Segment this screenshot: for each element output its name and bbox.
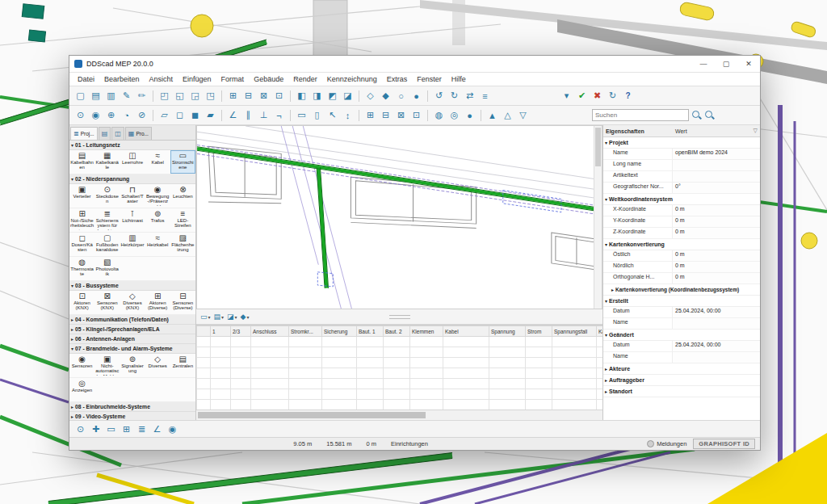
toolbar-icon[interactable]: ▲ <box>485 108 499 122</box>
palette-item[interactable]: ◻Dosen/Kästen <box>69 233 94 256</box>
menu-item-fenster[interactable]: Fenster <box>412 75 447 83</box>
menu-item-kennzeichnung[interactable]: Kennzeichnung <box>322 75 382 83</box>
property-value[interactable]: 0° <box>673 183 760 193</box>
palette-item[interactable]: ▤Zentralen <box>170 354 195 377</box>
table-column-header[interactable]: Anschluss <box>251 326 289 337</box>
palette-item[interactable]: ≈Kabel <box>145 150 170 174</box>
menu-item-format[interactable]: Format <box>216 75 250 83</box>
property-value[interactable] <box>673 352 760 363</box>
property-row[interactable]: Nördlich0 m <box>603 262 760 273</box>
toolbar-icon[interactable]: ✔ <box>575 89 589 103</box>
table-column-header[interactable]: 2/3 <box>231 326 251 337</box>
toolbar-icon[interactable]: ⊕ <box>104 108 118 122</box>
property-group-row[interactable]: ▸Auftraggeber <box>603 375 760 386</box>
maximize-button[interactable]: ▢ <box>715 56 737 72</box>
property-value[interactable] <box>673 171 760 182</box>
toolbar-icon[interactable]: ◎ <box>447 108 461 122</box>
toolbar-icon[interactable]: ↺ <box>432 89 446 103</box>
toolbar-icon[interactable]: ▾ <box>560 89 573 103</box>
property-value[interactable]: 0 m <box>673 250 760 261</box>
toolbar-icon[interactable]: ◉ <box>89 108 103 122</box>
property-row[interactable]: Y-Koordinate0 m <box>603 216 760 228</box>
layers-icon[interactable]: ≣ <box>135 422 149 436</box>
palette-section-header[interactable]: ▸09 - Video-Systeme <box>69 412 195 420</box>
splitter-grip[interactable] <box>389 315 410 319</box>
menu-item-datei[interactable]: Datei <box>73 75 99 83</box>
zoom-icon[interactable]: ⊙ <box>73 422 87 436</box>
property-value[interactable]: 0 m <box>673 273 760 284</box>
palette-tab[interactable]: ≣Proj... <box>70 127 98 140</box>
menu-item-ansicht[interactable]: Ansicht <box>145 75 178 83</box>
toolbar-icon[interactable]: ✏ <box>135 89 149 103</box>
property-row[interactable]: Long name <box>603 160 760 171</box>
table-column-header[interactable]: Kabelberechnung <box>597 326 603 337</box>
palette-section-header[interactable]: ▾07 - Brandmelde- und Alarm-Systeme <box>69 344 195 354</box>
table-row[interactable] <box>197 379 603 389</box>
toolbar-icon[interactable]: ◲ <box>188 89 202 103</box>
palette-item[interactable]: ⊙Steckdosen <box>94 184 120 208</box>
toolbar-icon[interactable]: ⊞ <box>363 108 377 122</box>
toolbar-icon[interactable]: ⊡ <box>272 89 286 103</box>
table-column-header[interactable]: 1 <box>211 326 231 337</box>
view-dropdown-button[interactable]: ◪▾ <box>225 311 239 322</box>
property-row[interactable]: Orthogonale H...0 m <box>603 273 760 284</box>
search-options-icon[interactable] <box>704 110 715 120</box>
table-row[interactable] <box>197 400 603 410</box>
palette-item[interactable]: ◇Diverses (KNX) <box>120 291 145 314</box>
property-group-row[interactable]: ▾Weltkoordinatensystem <box>603 194 760 205</box>
view-dropdown-button[interactable]: ◆▾ <box>239 311 251 322</box>
toolbar-icon[interactable]: ◆ <box>379 89 393 103</box>
property-value[interactable]: openBIM demo 2024 <box>673 149 760 159</box>
table-row[interactable] <box>197 347 603 358</box>
palette-section-header[interactable]: ▸06 - Antennen-Anlagen <box>69 334 195 344</box>
graphisoft-id-badge[interactable]: GRAPHISOFT ID <box>693 439 755 449</box>
property-row[interactable]: Östlich0 m <box>603 250 760 262</box>
toolbar-icon[interactable]: ⊞ <box>226 89 240 103</box>
toolbar-icon[interactable]: ◻ <box>173 108 187 122</box>
table-column-header[interactable]: Klemmen <box>410 326 443 337</box>
toolbar-icon[interactable]: ◔ <box>120 108 133 122</box>
property-row[interactable]: Geografischer Nor...0° <box>603 183 760 194</box>
table-column-header[interactable]: Spannung <box>489 326 526 337</box>
palette-item[interactable]: ⊞Not-/Sicherheitsleuchten <box>69 208 94 232</box>
grid-icon[interactable]: ⊞ <box>120 422 133 436</box>
property-row[interactable]: Datum25.04.2024, 00:00 <box>603 307 760 318</box>
palette-tab[interactable]: ▤ <box>99 127 111 140</box>
canvas-vertical-scrollbar[interactable] <box>594 126 602 309</box>
palette-item[interactable]: ≈Heizkabel <box>145 233 170 256</box>
toolbar-icon[interactable]: △ <box>501 108 514 122</box>
palette-item[interactable]: ▢Fußbodenkanaldosen <box>94 233 120 256</box>
palette-item[interactable]: ▣Nicht-automatische Melder <box>94 354 120 377</box>
property-row[interactable]: Name <box>603 318 760 330</box>
palette-item[interactable]: ◍Thermostate <box>69 257 94 280</box>
toolbar-icon[interactable]: ▽ <box>516 108 530 122</box>
toolbar-icon[interactable]: ⊟ <box>379 108 393 122</box>
palette-section-header[interactable]: ▾02 - Niederspannung <box>69 174 195 184</box>
scrollbar-thumb[interactable] <box>198 412 426 418</box>
table-row[interactable] <box>197 358 603 368</box>
toolbar-icon[interactable]: ◩ <box>325 89 339 103</box>
horizontal-scrollbar[interactable] <box>196 410 602 420</box>
measure-icon[interactable]: ∠ <box>150 422 164 436</box>
table-column-header[interactable]: Baut. 1 <box>357 326 384 337</box>
table-column-header[interactable]: Stromkr... <box>289 326 322 337</box>
palette-item[interactable]: ⊞Aktoren (Diverse) <box>145 291 170 314</box>
palette-item[interactable]: ⊟Sensoren (Diverse) <box>170 291 195 314</box>
toolbar-icon[interactable]: ◱ <box>173 89 187 103</box>
property-value[interactable] <box>673 318 760 329</box>
palette-item[interactable]: ≡LED-Streifen <box>170 208 195 232</box>
table-column-header[interactable]: Baut. 2 <box>384 326 410 337</box>
toolbar-icon[interactable]: ↻ <box>606 89 619 103</box>
table-row[interactable] <box>197 389 603 400</box>
property-value[interactable]: 0 m <box>673 205 760 216</box>
property-group-row[interactable]: ▾Geändert <box>603 330 760 341</box>
filter-icon[interactable]: ▽ <box>754 128 758 134</box>
palette-item[interactable]: ▧Photovoltaik <box>94 257 120 280</box>
menu-item-extras[interactable]: Extras <box>382 75 413 83</box>
toolbar-icon[interactable]: ∥ <box>241 108 255 122</box>
palette-item[interactable]: ▨Flächenheizung <box>170 233 195 256</box>
toolbar-icon[interactable]: ∠ <box>226 108 240 122</box>
palette-item[interactable]: ▦Kabelkanäle <box>94 150 120 174</box>
menu-item-einfgen[interactable]: Einfügen <box>178 75 216 83</box>
view-dropdown-button[interactable]: ▤▾ <box>212 311 226 322</box>
